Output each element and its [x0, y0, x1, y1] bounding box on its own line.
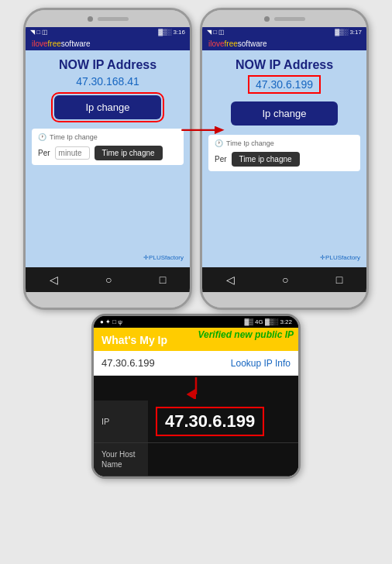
left-phone-bottom — [26, 292, 190, 308]
ip-label-cell: IP — [94, 401, 148, 442]
left-status-left: ◥ □ ◫ — [30, 29, 48, 36]
lookup-row: 47.30.6.199 Lookup IP Info — [94, 351, 298, 376]
left-phone-top — [26, 10, 190, 27]
ip-large-value: 47.30.6.199 — [156, 407, 264, 436]
verified-text: Verified new public IP — [198, 329, 294, 340]
bottom-signal: ▓▒ 4G ▓▒░ — [244, 318, 278, 325]
host-label-cell: Your Host Name — [94, 443, 148, 476]
right-status-right: ▓▒░ 3:17 — [335, 29, 362, 36]
left-recent-btn[interactable]: □ — [160, 273, 166, 286]
left-phone: ◥ □ ◫ ▓▒░ 3:16 ilovefreesoftware NOW IP … — [23, 8, 192, 310]
right-ip-change-button[interactable]: Ip change — [231, 101, 337, 126]
down-arrow-icon — [184, 377, 208, 399]
verified-banner: What's My Ip Verified new public IP — [94, 328, 298, 351]
left-brand-bar: ilovefreesoftware — [26, 37, 190, 50]
left-status-bar: ◥ □ ◫ ▓▒░ 3:16 — [26, 27, 190, 37]
left-app-content: NOW IP Address 47.30.168.41 Ip change 🕐 … — [26, 50, 190, 267]
bottom-status-right: ▓▒ 4G ▓▒░ 3:22 — [244, 318, 292, 325]
left-time: 3:16 — [173, 29, 185, 36]
speaker — [98, 17, 129, 21]
right-phone: ◥ □ ◫ ▓▒░ 3:17 ilovefreesoftware NOW IP … — [200, 8, 369, 310]
ip-table-row-host: Your Host Name — [94, 443, 298, 476]
right-phone-bottom — [202, 292, 366, 308]
right-time-label: 🕐 Time Ip change — [215, 139, 354, 147]
right-back-btn[interactable]: ◁ — [226, 273, 235, 286]
bottom-phone: ● ✦ □ ψ ▓▒ 4G ▓▒░ 3:22 What's My Ip Veri… — [91, 314, 301, 479]
right-status-left: ◥ □ ◫ — [207, 29, 225, 36]
lookup-ip-info-button[interactable]: Lookup IP Info — [231, 358, 291, 369]
bottom-status-left: ● ✦ □ ψ — [100, 318, 122, 325]
right-camera-icon — [264, 16, 270, 22]
ip-table: IP 47.30.6.199 Your Host Name — [94, 401, 298, 476]
right-time-change-button[interactable]: Time ip chagne — [232, 152, 300, 167]
left-per-label: Per — [38, 149, 50, 157]
bottom-status-bar: ● ✦ □ ψ ▓▒ 4G ▓▒░ 3:22 — [94, 316, 298, 328]
right-ip-address: 47.30.6.199 — [248, 75, 321, 94]
right-status-bar: ◥ □ ◫ ▓▒░ 3:17 — [202, 27, 366, 37]
left-time-row: Per Time ip chagne — [38, 146, 177, 160]
brand-free: free — [48, 40, 61, 48]
arrow-between-phones — [178, 120, 225, 146]
camera-icon — [88, 16, 93, 22]
host-value-cell — [148, 443, 298, 476]
right-plus-factory: ✛PLUSfactory — [320, 254, 360, 261]
right-phone-nav: ◁ ○ □ — [202, 267, 366, 292]
right-home-btn[interactable]: ○ — [282, 273, 288, 286]
right-brand-free: free — [225, 40, 238, 48]
bottom-icons: ● ✦ □ ψ — [100, 318, 122, 325]
left-time-section: 🕐 Time Ip change Per Time ip chagne — [32, 129, 184, 165]
right-recent-btn[interactable]: □ — [336, 273, 342, 286]
left-ip-address: 47.30.168.41 — [76, 75, 139, 88]
left-plus-factory: ✛PLUSfactory — [143, 254, 184, 261]
right-brand-bar: ilovefreesoftware — [202, 37, 366, 50]
left-time-label: 🕐 Time Ip change — [38, 133, 177, 141]
right-signal-icon: ▓▒░ — [335, 29, 348, 36]
right-speaker — [274, 17, 305, 21]
phones-section: ◥ □ ◫ ▓▒░ 3:16 ilovefreesoftware NOW IP … — [0, 0, 392, 314]
left-status-icons: ◥ □ ◫ — [30, 29, 48, 36]
lookup-ip-value: 47.30.6.199 — [101, 357, 155, 369]
right-now-ip-label: NOW IP Address — [236, 58, 333, 72]
bottom-section: ● ✦ □ ψ ▓▒ 4G ▓▒░ 3:22 What's My Ip Veri… — [0, 314, 392, 479]
right-brand-soft: software — [238, 40, 267, 48]
right-phone-top — [202, 10, 366, 27]
right-app-content: NOW IP Address 47.30.6.199 Ip change 🕐 T… — [202, 50, 366, 267]
right-brand-love: ilove — [208, 40, 225, 48]
arrow-icon — [178, 120, 225, 143]
right-time-section: 🕐 Time Ip change Per Time ip chagne — [208, 135, 360, 171]
down-arrow-container — [94, 376, 298, 401]
ip-table-row-ip: IP 47.30.6.199 — [94, 401, 298, 443]
bottom-time: 3:22 — [280, 318, 292, 325]
left-ip-change-button[interactable]: Ip change — [54, 95, 160, 119]
left-back-btn[interactable]: ◁ — [50, 273, 58, 286]
clock-icon: 🕐 — [38, 133, 46, 141]
left-phone-nav: ◁ ○ □ — [26, 267, 190, 292]
right-status-icons: ◥ □ ◫ — [207, 29, 225, 36]
left-minute-input[interactable] — [55, 146, 90, 160]
left-signal-icon: ▓▒░ — [158, 29, 171, 36]
brand-soft: software — [61, 40, 91, 48]
right-per-label: Per — [215, 155, 227, 163]
left-now-ip-label: NOW IP Address — [59, 58, 156, 72]
right-time-row: Per Time ip chagne — [215, 152, 354, 167]
brand-love: ilove — [32, 40, 48, 48]
right-time: 3:17 — [349, 29, 362, 36]
left-time-change-button[interactable]: Time ip chagne — [95, 146, 163, 160]
ip-value-cell: 47.30.6.199 — [148, 401, 298, 442]
left-status-right: ▓▒░ 3:16 — [158, 29, 185, 36]
left-home-btn[interactable]: ○ — [105, 273, 112, 286]
